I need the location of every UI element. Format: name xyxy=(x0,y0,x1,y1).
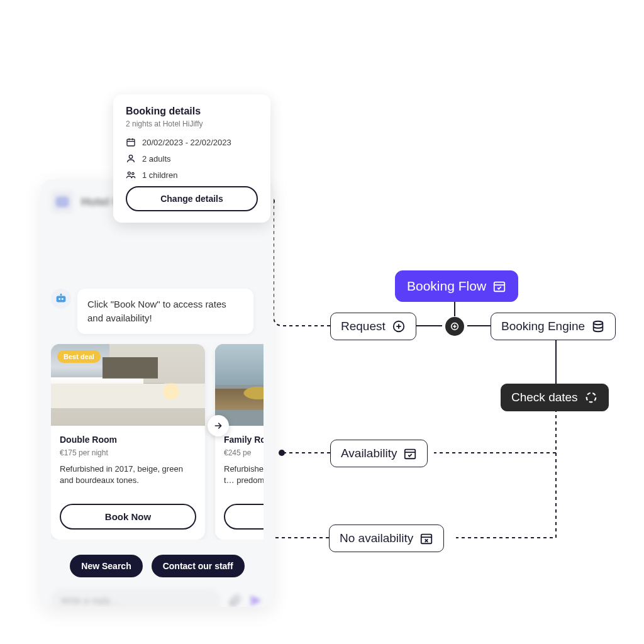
svg-point-6 xyxy=(63,201,65,203)
bot-message: Click "Book Now" to access rates and ava… xyxy=(77,289,253,334)
change-details-button[interactable]: Change details xyxy=(126,186,258,211)
svg-rect-30 xyxy=(421,535,432,544)
room-image: Best deal xyxy=(51,344,205,426)
node-check-dates: Check dates xyxy=(501,384,609,411)
bot-avatar-icon xyxy=(51,289,71,309)
person-icon xyxy=(126,153,136,164)
calendar-x-icon xyxy=(419,531,433,545)
booking-details-card: Booking details 2 nights at Hotel HiJiff… xyxy=(113,94,270,223)
node-label: Availability xyxy=(341,447,397,460)
plus-circle-icon xyxy=(392,319,406,333)
node-booking-flow: Booking Flow xyxy=(395,270,518,302)
svg-point-8 xyxy=(58,298,60,300)
svg-point-26 xyxy=(594,321,603,325)
book-now-button[interactable]: Bo xyxy=(224,504,264,530)
calendar-check-icon xyxy=(492,279,506,293)
svg-rect-10 xyxy=(60,294,62,296)
booking-subtitle: 2 nights at Hotel HiJiffy xyxy=(126,119,258,128)
node-label: Booking Engine xyxy=(501,319,585,333)
booking-adults: 2 adults xyxy=(126,153,258,164)
room-name: Family Room xyxy=(224,435,264,445)
svg-point-9 xyxy=(62,298,64,300)
svg-point-15 xyxy=(129,155,132,158)
svg-rect-18 xyxy=(494,282,505,292)
connector-endpoint xyxy=(279,450,285,456)
node-label: No availability xyxy=(340,531,413,545)
book-now-button[interactable]: Book Now xyxy=(60,504,196,530)
flow-junction xyxy=(445,317,464,336)
room-cards: Best deal Double Room €175 per night Ref… xyxy=(51,344,264,540)
brand-logo-icon xyxy=(51,191,74,213)
svg-rect-7 xyxy=(57,296,66,302)
booking-children: 1 children xyxy=(126,170,258,180)
new-search-button[interactable]: New Search xyxy=(70,555,142,577)
room-card: Family Room €245 pe Refurbished in 2… an… xyxy=(215,344,264,540)
booking-dates: 20/02/2023 - 22/02/2023 xyxy=(126,137,258,147)
node-label: Request xyxy=(341,319,386,333)
attachment-icon[interactable] xyxy=(227,593,242,607)
svg-point-17 xyxy=(132,172,134,174)
node-no-availability: No availability xyxy=(329,525,444,552)
database-icon xyxy=(591,319,605,333)
svg-rect-4 xyxy=(56,197,69,206)
reply-input[interactable]: Write a reply… xyxy=(51,589,221,607)
room-image xyxy=(215,344,264,426)
send-icon[interactable] xyxy=(248,593,264,607)
room-description: Refurbished in 2… and bourdeaux t… predo… xyxy=(224,464,264,486)
svg-rect-11 xyxy=(127,139,135,146)
calendar-icon xyxy=(126,137,136,147)
plus-icon xyxy=(450,321,460,331)
spinner-icon xyxy=(584,391,598,404)
node-booking-engine: Booking Engine xyxy=(491,313,616,340)
node-availability: Availability xyxy=(330,440,428,467)
room-name: Double Room xyxy=(60,435,196,445)
chat-action-pills: New Search Contact our staff xyxy=(51,555,264,577)
room-description: Refurbished in 2017, beige, green and bo… xyxy=(60,464,196,486)
room-card: Best deal Double Room €175 per night Ref… xyxy=(51,344,205,540)
svg-point-16 xyxy=(128,172,130,174)
room-price: €245 pe xyxy=(224,448,264,457)
node-label: Check dates xyxy=(511,391,578,404)
booking-title: Booking details xyxy=(126,106,258,117)
people-icon xyxy=(126,170,136,180)
svg-point-5 xyxy=(59,201,62,203)
node-request: Request xyxy=(330,313,416,340)
bot-message-row: Click "Book Now" to access rates and ava… xyxy=(51,289,264,334)
best-deal-badge: Best deal xyxy=(57,350,101,363)
svg-rect-28 xyxy=(405,450,416,459)
contact-staff-button[interactable]: Contact our staff xyxy=(152,555,245,577)
room-price: €175 per night xyxy=(60,448,196,457)
reply-bar: Write a reply… xyxy=(51,589,264,607)
next-card-button[interactable] xyxy=(208,415,229,436)
chat-panel: Hotel C… Click "Book Now" to access rate… xyxy=(41,179,274,607)
node-label: Booking Flow xyxy=(407,279,486,294)
svg-point-27 xyxy=(586,393,596,402)
calendar-check-icon xyxy=(403,447,417,460)
